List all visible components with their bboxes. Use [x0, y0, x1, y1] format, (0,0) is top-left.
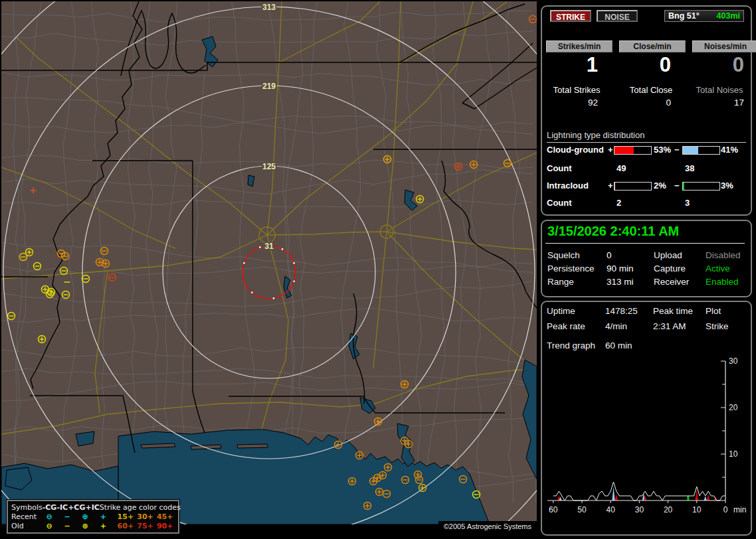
counter-total-value: 92: [538, 98, 598, 108]
trend-y-label: 30: [729, 358, 738, 366]
legend-header-row: Symbols-CG-IC+CG+ICStrike age color code…: [11, 502, 175, 512]
legend-strike-symbol: ⊖: [41, 522, 58, 530]
legend-age-header: Strike age color codes: [100, 503, 181, 512]
trend-spike: [612, 487, 614, 501]
bearing-display: Bng 51° 403mi: [664, 10, 744, 22]
negative-bar: [682, 182, 720, 191]
bearing-label: Bng 51°: [668, 11, 700, 21]
legend-age-code: 75+: [136, 522, 155, 530]
map-symbol-legend: Symbols-CG-IC+CG+ICStrike age color code…: [7, 500, 179, 534]
trend-spike: [687, 496, 689, 501]
trend-y-label: 20: [729, 403, 738, 412]
setting-value: Active: [706, 264, 730, 273]
trend-spike: [704, 496, 707, 501]
trend-x-label: 0: [723, 505, 728, 514]
status-cell: Peak rate: [547, 321, 585, 331]
trend-line: [553, 482, 725, 501]
trend-graph: 1020306050403020100min: [542, 358, 753, 533]
ring-label: 31: [264, 242, 274, 251]
trend-x-label: 10: [692, 505, 702, 514]
status-cell: Trend graph: [547, 341, 595, 350]
legend-strike-symbol: −: [58, 522, 76, 530]
legend-strike-symbol: ⊕: [76, 512, 94, 521]
trend-x-label: 60: [549, 505, 558, 514]
trend-x-label: 50: [577, 505, 587, 514]
trend-x-label: 20: [664, 505, 673, 514]
legend-strike-symbol: ⊕: [76, 522, 94, 530]
noise-toggle-button[interactable]: NOISE: [597, 10, 638, 22]
setting-label: Squelch: [547, 250, 580, 260]
clock-box: 3/15/2026 2:40:11 AM Squelch0Persistence…: [541, 220, 752, 297]
counter-total-label: Total Noises: [686, 85, 753, 95]
legend-age-code: 60+: [116, 522, 136, 530]
setting-label: Capture: [654, 264, 686, 273]
legend-age-code: 15+: [116, 512, 136, 521]
status-cell: 1478:25: [605, 306, 638, 316]
legend-symbol-header: +CG: [68, 503, 85, 512]
legend-row: Old⊖−⊕+60+75+90+: [11, 521, 175, 530]
legend-symbol-header: -CG: [43, 503, 57, 512]
trend-x-label: 40: [607, 505, 616, 514]
ring-label: 313: [262, 3, 276, 12]
status-cell: Plot: [706, 306, 721, 316]
legend-strike-symbol: −: [58, 512, 76, 521]
counter-total-value: 0: [611, 98, 671, 108]
nexstorm-app: { "map": { "bg": "#594c46", "county_colo…: [0, 0, 756, 539]
stats-box: STRIKE NOISE Bng 51° 403mi Strikes/min1T…: [541, 5, 752, 216]
counter-total-label: Total Strikes: [542, 85, 611, 95]
legend-strike-symbol: +: [94, 522, 112, 530]
legend-age-code: 45+: [155, 512, 175, 521]
lightning-map[interactable]: 31321912531 Symbols-CG-IC+CG+ICStrike ag…: [1, 1, 537, 524]
ring-label: 219: [262, 82, 276, 91]
counter-chip: Noises/min: [692, 40, 756, 52]
counter-rate: 1: [538, 53, 598, 77]
legend-symbol-header: +IC: [85, 503, 99, 512]
status-cell: 4/min: [605, 321, 627, 331]
map-canvas[interactable]: 31321912531: [1, 1, 537, 524]
setting-value: Disabled: [706, 250, 741, 260]
legend-symbol-header: -IC: [56, 503, 68, 512]
status-box: Uptime1478:25Peak timePlotPeak rate4/min…: [541, 301, 752, 536]
negative-bar: [682, 146, 720, 155]
clock-divider: [545, 243, 745, 244]
status-cell: 60 min: [605, 341, 632, 350]
counter-chip: Close/min: [619, 40, 686, 52]
counter-rate: 0: [684, 53, 744, 77]
legend-age-code: 30+: [136, 512, 155, 521]
system-clock: 3/15/2026 2:40:11 AM: [547, 224, 679, 239]
copyright-label: ©2005 Astrogenic Systems: [438, 521, 537, 533]
setting-value: 313 mi: [607, 277, 634, 287]
legend-age-code: 90+: [155, 522, 175, 530]
positive-bar: [614, 182, 652, 191]
trend-spike: [696, 489, 698, 501]
setting-label: Receiver: [654, 277, 689, 287]
setting-label: Range: [547, 277, 574, 287]
setting-value: Enabled: [706, 277, 739, 287]
ring-label: 125: [262, 162, 276, 171]
status-cell: Uptime: [547, 306, 575, 316]
legend-strike-symbol: +: [94, 512, 112, 521]
counter-total-label: Total Close: [616, 85, 686, 95]
setting-label: Upload: [654, 250, 682, 260]
trend-x-unit: min: [733, 505, 746, 514]
trend-spike: [707, 494, 709, 501]
trend-y-label: 10: [729, 449, 738, 459]
legend-strike-symbol: ⊖: [41, 512, 58, 521]
status-cell: Peak time: [653, 306, 693, 316]
counter-total-value: 17: [684, 98, 744, 108]
setting-value: 0: [607, 250, 612, 260]
status-cell: 2:31 AM: [653, 321, 686, 331]
trend-x-label: 30: [635, 505, 644, 514]
legend-row: Recent⊖−⊕+15+30+45+: [11, 512, 175, 521]
distribution-title: Lightning type distribution: [547, 130, 746, 143]
positive-bar: [614, 146, 652, 155]
setting-label: Persistence: [547, 264, 595, 273]
setting-value: 90 min: [607, 264, 634, 273]
counter-chip: Strikes/min: [546, 40, 613, 52]
strike-toggle-button[interactable]: STRIKE: [550, 10, 591, 22]
bearing-range: 403mi: [717, 11, 740, 21]
trend-spike: [615, 494, 618, 501]
counter-rate: 0: [611, 53, 671, 77]
side-panel: STRIKE NOISE Bng 51° 403mi Strikes/min1T…: [538, 0, 756, 539]
status-cell: Strike: [706, 321, 729, 331]
